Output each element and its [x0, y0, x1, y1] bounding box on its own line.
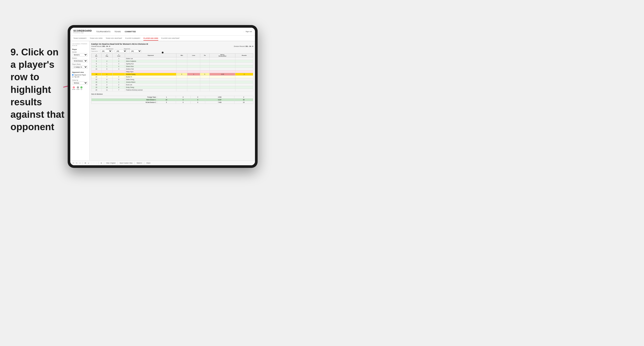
table-row[interactable]: 613Sydney Kuo — [92, 63, 253, 65]
sign-out-button[interactable]: Sign out — [246, 30, 252, 32]
data-cell: 2 — [112, 83, 125, 86]
content-area: Katelyn Vo Head-to-Head Grid for Women's… — [90, 41, 255, 161]
opponents-filter-select[interactable]: (All) — [100, 50, 112, 52]
filter-selects-row: Opponents: (All) (All) (All) — [91, 50, 253, 52]
data-cell — [176, 60, 187, 63]
dot2-button[interactable]: · — [93, 162, 95, 165]
top100-radio[interactable]: Top 100 — [72, 76, 88, 78]
data-cell — [200, 68, 209, 70]
dot3-button[interactable]: · — [96, 162, 97, 165]
data-cell — [187, 70, 200, 73]
data-cell — [210, 63, 235, 65]
reset-button[interactable]: ⤻ — [78, 162, 81, 165]
opponent-name-cell: Alexis Sudjianto — [125, 60, 176, 63]
subnav-team-summary[interactable]: TEAM SUMMARY — [73, 36, 87, 40]
table-row[interactable]: 914Sharon Mun — [92, 65, 253, 68]
bottom-toolbar: ↩ ↪ ⤻ ⊞ ↙ · · · ⊕ View: Original Save Cu… — [70, 161, 255, 165]
colour-dot-level — [77, 86, 79, 89]
table-row[interactable]: 131Jessica Huang010-3.002 — [92, 73, 253, 76]
separator: | — [244, 30, 244, 32]
view-original-button[interactable]: View: Original — [106, 162, 116, 164]
data-cell — [176, 76, 187, 78]
out-data-cell: 5 — [157, 101, 176, 104]
col-tie: Tie — [200, 54, 209, 57]
table-row[interactable]: 1691Jessica Mason — [92, 81, 253, 83]
tablet-frame: SCOREBOARD Powered by clippi TOURNAMENTS… — [68, 25, 258, 168]
redo-button[interactable]: ↪ — [75, 162, 78, 165]
data-cell: 1 — [112, 57, 125, 60]
opponent-label: Opponent — [124, 48, 130, 49]
table-header-row: #Div #Reg #Conf Opponent Win Loss Tie Di… — [92, 54, 253, 57]
table-row[interactable]: 1822Euna Lee — [92, 83, 253, 86]
sidebar: Last Updated: 27/03/2024 16:55:38 Player… — [70, 41, 90, 161]
nav-committee[interactable]: COMMITTEE — [125, 30, 136, 33]
data-cell — [176, 63, 187, 65]
colour-by-select[interactable]: Win/loss — [72, 81, 88, 85]
share-button[interactable]: Share — [146, 162, 151, 164]
data-cell: 4 — [112, 76, 125, 78]
watch-button[interactable]: Watch ▾ — [136, 162, 143, 165]
nav-items: TOURNAMENTS TEAMS COMMITTEE — [96, 30, 244, 33]
top-nav: SCOREBOARD Powered by clippi TOURNAMENTS… — [70, 28, 255, 35]
data-cell: -3.00 — [210, 73, 235, 76]
data-cell: 3 — [92, 57, 102, 60]
data-cell: 2 — [101, 60, 112, 63]
data-cell: 9 — [92, 65, 102, 68]
data-cell — [210, 81, 235, 83]
data-cell — [200, 83, 209, 86]
data-cell — [235, 57, 253, 60]
subnav-team-h2h-heatmap[interactable]: TEAM H2H HEATMAP — [106, 36, 122, 40]
table-row[interactable]: 20117Federica Domecq Lacroze — [92, 89, 253, 91]
data-cell: 1 — [101, 65, 112, 68]
subnav-team-h2h-grid[interactable]: TEAM H2H GRID — [90, 36, 102, 40]
out-of-division-row[interactable]: NCAA Division 25007.40010 — [92, 101, 253, 104]
out-data-cell: 7.400 — [205, 101, 234, 104]
save-custom-view-button[interactable]: Save Custom View — [119, 162, 133, 164]
table-row[interactable]: 1474Eunice Yi — [92, 76, 253, 78]
division-select[interactable]: NCAA Division III — [72, 59, 88, 63]
gender-select[interactable]: Women's — [72, 53, 88, 56]
grid-button[interactable]: ⊞ — [84, 162, 87, 165]
out-data-cell: 0 — [190, 101, 205, 104]
out-of-division-row[interactable]: NAIA Division 115009.26730 — [92, 99, 253, 101]
nav-teams[interactable]: TEAMS — [114, 30, 121, 33]
data-cell: 1 — [112, 81, 125, 83]
dot1-button[interactable]: · — [90, 162, 92, 165]
col-conf: #Conf — [112, 54, 125, 57]
table-row[interactable]: 1585Stella Cheng — [92, 78, 253, 81]
table-row[interactable]: 1063Andrea York — [92, 68, 253, 70]
out-of-division-table: Foreign Team1004.5002NAIA Division 11500… — [91, 96, 253, 104]
data-cell — [101, 70, 112, 73]
subnav-player-h2h-heatmap[interactable]: PLAYER H2H HEATMAP — [161, 36, 180, 40]
conference-filter-select[interactable]: (All) — [115, 50, 127, 52]
table-row[interactable]: 19106Emily Chang — [92, 86, 253, 89]
data-cell — [235, 76, 253, 78]
data-cell: 3 — [112, 63, 125, 65]
table-row[interactable]: Haeju Hyun — [92, 70, 253, 73]
data-cell — [187, 63, 200, 65]
nav-tournaments[interactable]: TOURNAMENTS — [96, 30, 110, 33]
table-row[interactable]: 522Alexis Sudjianto — [92, 60, 253, 63]
out-of-division-row[interactable]: Foreign Team1004.5002 — [92, 96, 253, 99]
data-cell: 16 — [92, 81, 102, 83]
subnav-player-h2h-grid[interactable]: PLAYER H2H GRID — [144, 36, 158, 40]
data-cell — [176, 70, 187, 73]
h2h-grid-table: #Div #Reg #Conf Opponent Win Loss Tie Di… — [91, 53, 253, 91]
data-cell: 9 — [101, 81, 112, 83]
opponent-filter-select[interactable]: (All) — [130, 50, 142, 52]
arrow-button[interactable]: ↙ — [87, 162, 90, 165]
subnav-player-summary[interactable]: PLAYER SUMMARY — [125, 36, 140, 40]
data-cell: 5 — [112, 78, 125, 81]
data-cell: 2 — [101, 83, 112, 86]
table-row[interactable]: 31Esther Lee — [92, 57, 253, 60]
data-cell — [235, 70, 253, 73]
data-cell — [187, 57, 200, 60]
opponent-filter-group: Opponent — [124, 48, 130, 49]
data-cell — [210, 83, 235, 86]
player-rank-select[interactable]: 8. Katelyn Vo — [72, 65, 88, 69]
data-cell: 0 — [176, 73, 187, 76]
clock-button[interactable]: ⊕ — [100, 162, 102, 165]
undo-button[interactable]: ↩ — [72, 162, 75, 165]
colour-level-label: Level — [76, 89, 79, 90]
opponents-played-radio[interactable]: Opponents Played — [72, 74, 88, 76]
